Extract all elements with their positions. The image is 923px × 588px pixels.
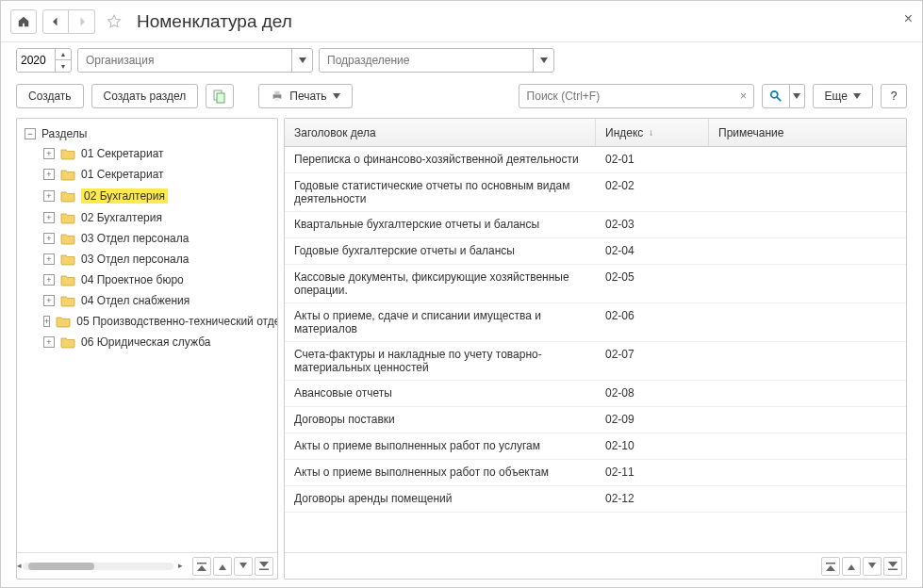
chevron-down-icon [333,93,340,99]
table-row[interactable]: Счета-фактуры и накладные по учету товар… [285,342,906,381]
folder-icon [60,168,75,181]
home-button[interactable] [10,9,37,34]
organization-dropdown-icon[interactable] [291,49,312,72]
table-row[interactable]: Акты о приеме выполненных работ по объек… [285,460,906,486]
year-input[interactable] [17,49,55,72]
forward-button[interactable] [69,9,95,34]
collapse-icon[interactable]: − [25,128,36,139]
year-up[interactable]: ▲ [56,49,71,60]
tree-item[interactable]: +02 Бухгалтерия [17,185,277,207]
search-button-group [762,84,805,108]
table-row[interactable]: Кассовые документы, фиксирующие хозяйств… [285,265,906,303]
expand-icon[interactable]: + [43,190,55,202]
expand-icon[interactable]: + [43,169,55,180]
cell-title: Годовые бухгалтерские отчеты и балансы [285,244,596,257]
tree-item-label: 04 Проектное бюро [81,273,184,286]
table-nav-up[interactable] [842,557,861,576]
department-combo[interactable] [319,48,554,73]
table-row[interactable]: Авансовые отчеты02-08 [285,381,906,407]
create-section-button[interactable]: Создать раздел [91,84,199,108]
sort-asc-icon: ↓ [649,127,653,138]
table-row[interactable]: Акты о приеме выполненных работ по услуг… [285,433,906,460]
tree-item[interactable]: +05 Производственно-технический отдел [17,311,277,332]
expand-icon[interactable]: + [43,274,55,286]
organization-input[interactable] [78,49,291,72]
help-button[interactable]: ? [881,84,907,108]
tree-nav-last[interactable] [255,557,273,576]
back-button[interactable] [42,9,69,34]
tree-root[interactable]: − Разделы [17,124,277,143]
table-row[interactable]: Акты о приеме, сдаче и списании имуществ… [285,303,906,342]
table-row[interactable]: Годовые статистические отчеты по основны… [285,173,906,212]
print-button[interactable]: Печать [258,84,352,108]
page-title: Номенклатура дел [137,11,292,32]
tree-body: − Разделы +01 Секретариат+01 Секретариат… [17,119,277,552]
expand-icon[interactable]: + [43,316,50,327]
tree-item[interactable]: +01 Секретариат [17,143,277,164]
close-button[interactable]: × [904,10,913,27]
table-nav-last[interactable] [883,557,902,576]
department-input[interactable] [320,49,533,72]
expand-icon[interactable]: + [43,233,55,244]
tree-hscroll[interactable]: ◂ ▸ [23,563,173,570]
tree-item[interactable]: +01 Секретариат [17,164,277,185]
tree-item[interactable]: +04 Проектное бюро [17,270,277,290]
svg-rect-1 [217,93,224,103]
folder-icon [60,147,75,160]
svg-rect-9 [826,563,835,564]
cell-title: Квартальные бухгалтерские отчеты и балан… [285,218,596,231]
cell-title: Счета-фактуры и накладные по учету товар… [285,348,596,374]
expand-icon[interactable]: + [43,148,55,159]
expand-icon[interactable]: + [43,295,55,306]
col-note[interactable]: Примечание [709,119,906,146]
tree-item[interactable]: +06 Юридическая служба [17,332,277,352]
table-row[interactable]: Годовые бухгалтерские отчеты и балансы02… [285,238,906,265]
expand-icon[interactable]: + [43,212,55,223]
search-button[interactable] [762,84,790,108]
folder-icon [60,294,75,307]
chevron-down-icon [853,93,861,99]
search-box[interactable]: × [519,84,754,108]
cell-index: 02-10 [596,439,709,452]
organization-combo[interactable] [77,48,313,73]
table-header: Заголовок дела Индекс ↓ Примечание [285,119,906,147]
search-input[interactable] [519,90,734,103]
table-row[interactable]: Договоры поставки02-09 [285,407,906,433]
tree-root-label: Разделы [41,127,87,140]
cell-index: 02-06 [596,309,709,322]
tree-nav-up[interactable] [213,557,232,576]
tree-nav-first[interactable] [192,557,211,576]
printer-icon [271,90,284,103]
tree-item[interactable]: +03 Отдел персонала [17,228,277,249]
table-row[interactable]: Договоры аренды помещений02-12 [285,486,906,513]
search-dropdown[interactable] [790,84,805,108]
tree-item-label: 03 Отдел персонала [81,253,189,266]
table-row[interactable]: Переписка о финансово-хозяйственной деят… [285,147,906,173]
tree-nav-down[interactable] [234,557,253,576]
cell-index: 02-01 [596,153,709,166]
svg-rect-4 [275,98,280,102]
scroll-thumb[interactable] [28,563,94,570]
table-row[interactable]: Квартальные бухгалтерские отчеты и балан… [285,212,906,238]
table-nav-first[interactable] [821,557,840,576]
col-title[interactable]: Заголовок дела [285,119,596,146]
tree-item[interactable]: +03 Отдел персонала [17,249,277,270]
cell-index: 02-08 [596,386,709,400]
expand-icon[interactable]: + [43,336,55,348]
tree-item[interactable]: +04 Отдел снабжения [17,290,277,311]
department-dropdown-icon[interactable] [533,49,553,72]
copy-button[interactable] [206,84,234,108]
favorite-star-icon[interactable] [101,9,127,34]
expand-icon[interactable]: + [43,253,55,265]
tree-item[interactable]: +02 Бухгалтерия [17,207,277,228]
year-down[interactable]: ▼ [56,60,71,72]
folder-icon [60,232,75,245]
folder-icon [60,189,75,203]
create-button[interactable]: Создать [16,84,84,108]
col-index[interactable]: Индекс ↓ [596,119,709,146]
table-nav-down[interactable] [863,557,882,576]
search-clear-icon[interactable]: × [734,90,753,103]
svg-rect-10 [888,568,898,570]
cell-title: Переписка о финансово-хозяйственной деят… [285,153,596,166]
more-button[interactable]: Еще [813,84,873,108]
